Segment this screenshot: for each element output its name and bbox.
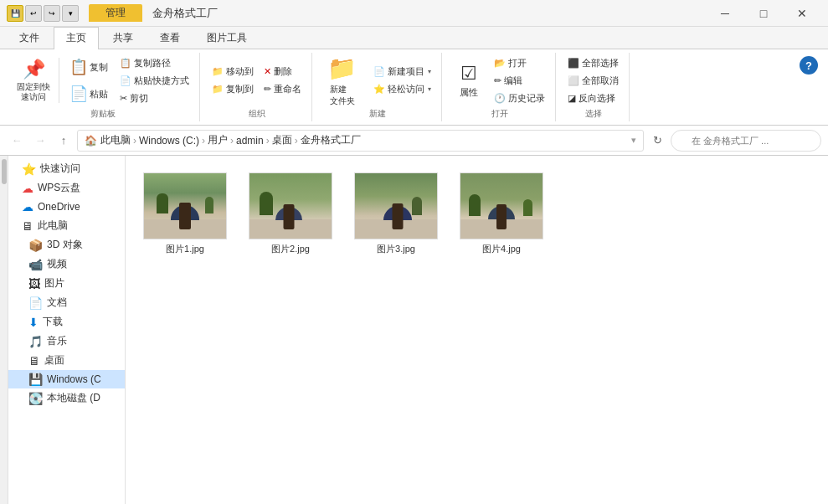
new-item-button[interactable]: 📄 新建项目 ▾ bbox=[370, 64, 435, 80]
tree-5 bbox=[469, 194, 481, 216]
copy-to-icon: 📁 bbox=[212, 84, 224, 95]
file-item-3[interactable]: 图片3.jpg bbox=[350, 169, 442, 259]
tab-home[interactable]: 主页 bbox=[54, 27, 99, 49]
rename-button[interactable]: ✏ 重命名 bbox=[260, 81, 305, 97]
undo-icon[interactable]: ↩ bbox=[25, 5, 42, 22]
copy-to-button[interactable]: 📁 复制到 bbox=[208, 81, 257, 97]
move-to-icon: 📁 bbox=[212, 66, 224, 77]
rename-label: 重命名 bbox=[274, 83, 301, 95]
history-icon: 🕐 bbox=[494, 93, 506, 104]
file-item-2[interactable]: 图片2.jpg bbox=[244, 169, 337, 259]
documents-icon: 📄 bbox=[28, 296, 43, 310]
sidebar-item-documents[interactable]: 📄 文档 bbox=[8, 293, 125, 312]
ribbon: 文件 主页 共享 查看 图片工具 📌 固定到快速访问 📋 复制 📄 bbox=[0, 27, 828, 126]
properties-button[interactable]: ☑ 属性 bbox=[450, 59, 487, 102]
tree-6 bbox=[523, 199, 532, 216]
sidebar-item-music[interactable]: 🎵 音乐 bbox=[8, 332, 125, 351]
dropdown-arrow-icon[interactable]: ▾ bbox=[62, 5, 79, 22]
cut-button[interactable]: ✂ 剪切 bbox=[116, 90, 193, 106]
back-button[interactable]: ← bbox=[7, 131, 27, 151]
redo-icon[interactable]: ↪ bbox=[44, 5, 60, 22]
history-button[interactable]: 🕐 历史记录 bbox=[491, 90, 548, 106]
delete-button[interactable]: ✕ 删除 bbox=[260, 64, 305, 80]
sidebar-item-windows-c[interactable]: 💾 Windows (C bbox=[8, 370, 125, 388]
tab-file[interactable]: 文件 bbox=[7, 27, 52, 49]
delete-label: 删除 bbox=[274, 65, 292, 78]
pin-to-quick-access-button[interactable]: 📌 固定到快速访问 bbox=[13, 59, 54, 102]
pictures-label: 图片 bbox=[44, 276, 64, 291]
title-bar-left: 💾 ↩ ↪ ▾ 管理 金舟格式工厂 bbox=[7, 4, 218, 22]
new-folder-button[interactable]: 📁 新建文件夹 bbox=[321, 59, 363, 102]
folder-icon: 📁 bbox=[327, 54, 357, 82]
save-icon[interactable]: 💾 bbox=[7, 5, 23, 22]
forward-button[interactable]: → bbox=[30, 131, 50, 151]
file-item-1[interactable]: 图片1.jpg bbox=[139, 169, 231, 259]
address-path[interactable]: 🏠 此电脑 › Windows (C:) › 用户 › admin › 桌面 ›… bbox=[77, 130, 644, 152]
active-ribbon-tab[interactable]: 管理 bbox=[89, 4, 142, 22]
refresh-button[interactable]: ↻ bbox=[647, 131, 667, 151]
thumbnail-3 bbox=[354, 172, 438, 239]
sidebar-item-onedrive[interactable]: ☁ OneDrive bbox=[8, 198, 125, 216]
copy-button[interactable]: 📋 复制 bbox=[64, 54, 113, 80]
paste-button[interactable]: 📄 粘贴 bbox=[64, 81, 113, 106]
copy-icon: 📋 bbox=[69, 58, 88, 76]
sidebar-item-local-d[interactable]: 💽 本地磁盘 (D bbox=[8, 388, 125, 408]
local-d-icon: 💽 bbox=[28, 392, 43, 405]
help-button[interactable]: ? bbox=[800, 56, 818, 75]
file-name-4: 图片4.jpg bbox=[482, 243, 521, 255]
onedrive-label: OneDrive bbox=[38, 201, 80, 213]
new-item-arrow: ▾ bbox=[428, 68, 431, 75]
ribbon-group-organize: 📁 移动到 📁 复制到 ✕ 删除 ✏ 重命名 bbox=[202, 53, 312, 121]
quick-access-icon: ⭐ bbox=[22, 162, 36, 176]
up-button[interactable]: ↑ bbox=[54, 131, 74, 151]
open-label: 打开 bbox=[450, 106, 548, 120]
sidebar-item-pictures[interactable]: 🖼 图片 bbox=[8, 274, 125, 293]
tree-3 bbox=[260, 192, 273, 215]
maximize-button[interactable]: □ bbox=[744, 0, 783, 27]
open-button[interactable]: 📂 打开 bbox=[491, 55, 548, 71]
file-name-2: 图片2.jpg bbox=[271, 243, 310, 255]
paste-shortcut-button[interactable]: 📄 粘贴快捷方式 bbox=[116, 73, 193, 89]
tab-share[interactable]: 共享 bbox=[100, 27, 146, 49]
minimize-button[interactable]: ─ bbox=[706, 0, 744, 27]
search-wrap: 🔍 bbox=[671, 130, 821, 152]
video-icon: 📹 bbox=[28, 258, 43, 271]
sidebar-item-quick-access[interactable]: ⭐ 快速访问 bbox=[8, 159, 125, 178]
sidebar-item-3d[interactable]: 📦 3D 对象 bbox=[8, 235, 125, 255]
path-desktop: 桌面 bbox=[272, 133, 292, 147]
invert-selection-button[interactable]: ◪ 反向选择 bbox=[564, 90, 622, 106]
paste-icon: 📄 bbox=[69, 85, 88, 103]
path-pc: 此电脑 bbox=[100, 133, 131, 147]
open-label: 打开 bbox=[508, 57, 527, 69]
cut-label: 剪切 bbox=[130, 92, 148, 105]
new-folder-label: 新建文件夹 bbox=[330, 84, 355, 107]
move-to-button[interactable]: 📁 移动到 bbox=[208, 64, 257, 80]
paste-shortcut-icon: 📄 bbox=[120, 75, 131, 86]
sidebar-item-this-pc[interactable]: 🖥 此电脑 bbox=[8, 216, 125, 235]
edit-button[interactable]: ✏ 编辑 bbox=[491, 73, 548, 89]
select-all-button[interactable]: ⬛ 全部选择 bbox=[564, 55, 622, 71]
deselect-all-icon: ⬜ bbox=[568, 75, 579, 86]
desktop-icon: 🖥 bbox=[28, 354, 40, 368]
search-input[interactable] bbox=[671, 130, 821, 152]
copy-path-button[interactable]: 📋 复制路径 bbox=[116, 55, 193, 71]
tree-2 bbox=[205, 197, 213, 213]
sidebar-item-downloads[interactable]: ⬇ 下载 bbox=[8, 312, 125, 332]
easy-access-label: 轻松访问 bbox=[388, 83, 424, 95]
path-users: 用户 bbox=[208, 133, 228, 147]
easy-access-button[interactable]: ⭐ 轻松访问 ▾ bbox=[370, 81, 435, 97]
file-item-4[interactable]: 图片4.jpg bbox=[455, 169, 548, 259]
edit-label: 编辑 bbox=[504, 75, 522, 87]
tab-view[interactable]: 查看 bbox=[147, 27, 193, 49]
path-dropdown[interactable]: ▾ bbox=[631, 135, 636, 146]
sidebar-item-desktop[interactable]: 🖥 桌面 bbox=[8, 351, 125, 370]
sidebar-item-wps[interactable]: ☁ WPS云盘 bbox=[8, 178, 125, 198]
select-all-label: 全部选择 bbox=[582, 57, 619, 69]
sidebar-item-video[interactable]: 📹 视频 bbox=[8, 255, 125, 274]
deselect-all-button[interactable]: ⬜ 全部取消 bbox=[564, 73, 622, 89]
tab-picture-tools[interactable]: 图片工具 bbox=[194, 27, 260, 49]
music-icon: 🎵 bbox=[28, 335, 43, 348]
tree-1 bbox=[157, 193, 168, 213]
sidebar-scrollbar[interactable] bbox=[0, 156, 8, 504]
close-button[interactable]: ✕ bbox=[783, 0, 821, 27]
